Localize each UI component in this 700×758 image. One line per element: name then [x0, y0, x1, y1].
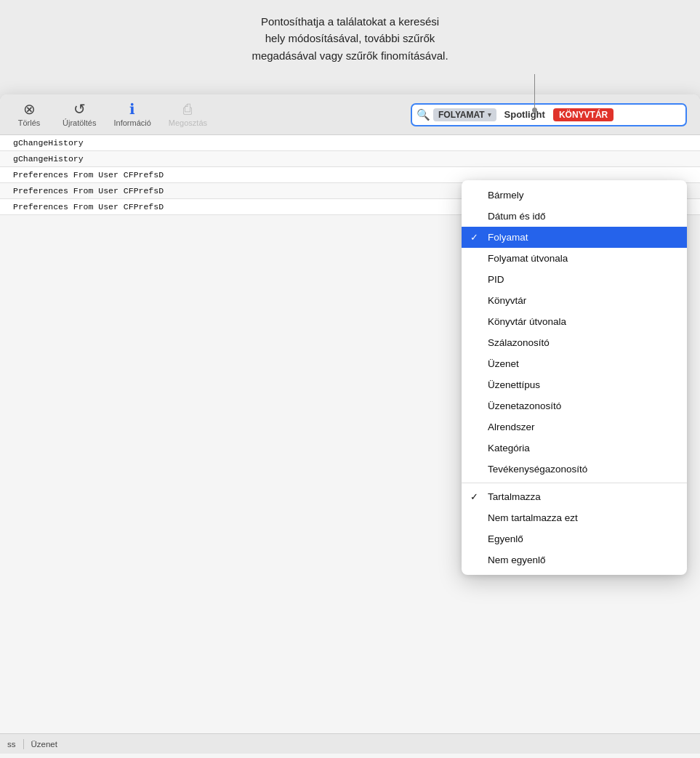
menu-item-folyamat-utvonala[interactable]: Folyamat útvonala: [462, 248, 687, 269]
stop-icon: ⊗: [23, 102, 36, 116]
torles-label: Törlés: [18, 118, 41, 127]
menu-item-pid[interactable]: PID: [462, 269, 687, 290]
menu-item-barmely[interactable]: Bármely: [462, 185, 687, 206]
main-window: ⊗ Törlés ↺ Újratöltés ℹ Információ ⎙ Meg…: [0, 94, 700, 758]
tooltip-line2: hely módosításával, további szűrők: [265, 32, 435, 44]
megosztás-label: Megosztás: [169, 118, 207, 127]
search-icon: 🔍: [417, 108, 430, 121]
menu-item-label: Folyamat: [488, 232, 528, 243]
search-bar[interactable]: 🔍 FOLYAMAT ▾ Spotlight KÖNYVTÁR: [411, 103, 687, 126]
menu-item-konyvtar[interactable]: Könyvtár: [462, 290, 687, 311]
menu-item-egyenlo[interactable]: Egyenlő: [462, 528, 687, 549]
menu-item-label: Kategória: [488, 443, 530, 453]
menu-item-label: Nem egyenlő: [488, 555, 546, 565]
menu-item-label: Alrendszer: [488, 422, 535, 432]
menu-item-datum-ido[interactable]: Dátum és idő: [462, 206, 687, 227]
menu-item-tartalmazza[interactable]: ✓Tartalmazza: [462, 486, 687, 507]
menu-item-label: Bármely: [488, 190, 524, 201]
status-uzenet: Üzenet: [31, 740, 57, 749]
menu-item-uzenet[interactable]: Üzenet: [462, 353, 687, 374]
ujratoltes-label: Újratöltés: [63, 118, 96, 127]
menu-item-label: Egyenlő: [488, 533, 523, 544]
folyamat-chip-label: FOLYAMAT: [438, 110, 485, 120]
ujratoltes-button[interactable]: ↺ Újratöltés: [63, 102, 96, 127]
menu-item-label: Üzenetazonosító: [488, 400, 561, 411]
refresh-icon: ↺: [73, 102, 86, 116]
tooltip: Pontosíthatja a találatokat a keresési h…: [0, 0, 700, 64]
library-filter-chip[interactable]: KÖNYVTÁR: [553, 108, 613, 121]
tooltip-line3: megadásával vagy szűrők finomításával.: [252, 49, 448, 62]
menu-item-label: Üzenet: [488, 358, 519, 369]
callout-dot: [532, 108, 537, 113]
menu-item-label: Dátum és idő: [488, 211, 546, 222]
menu-item-label: Folyamat útvonala: [488, 253, 568, 264]
torles-button[interactable]: ⊗ Törlés: [13, 102, 45, 127]
share-icon: ⎙: [183, 102, 192, 116]
info-icon: ℹ: [129, 102, 135, 116]
menu-item-folyamat[interactable]: ✓Folyamat: [462, 227, 687, 248]
informacio-button[interactable]: ℹ Információ: [113, 102, 150, 127]
checkmark-icon: ✓: [470, 232, 478, 243]
menu-item-kategoria[interactable]: Kategória: [462, 438, 687, 459]
tooltip-line1: Pontosíthatja a találatokat a keresési: [261, 15, 439, 28]
folyamat-filter-chip[interactable]: FOLYAMAT ▾: [433, 108, 496, 121]
spotlight-filter-chip[interactable]: Spotlight: [499, 108, 550, 121]
library-chip-label: KÖNYVTÁR: [559, 110, 608, 120]
menu-separator: [462, 483, 687, 483]
menu-item-uzenetazonosito[interactable]: Üzenetazonosító: [462, 395, 687, 416]
menu-item-nem-egyenlo[interactable]: Nem egyenlő: [462, 549, 687, 570]
callout-line: [534, 74, 535, 109]
megosztás-button[interactable]: ⎙ Megosztás: [169, 102, 207, 127]
menu-item-uzenettipus[interactable]: Üzenettípus: [462, 374, 687, 395]
informacio-label: Információ: [113, 118, 150, 127]
status-divider: [23, 739, 24, 749]
toolbar: ⊗ Törlés ↺ Újratöltés ℹ Információ ⎙ Meg…: [0, 94, 700, 135]
menu-item-label: Könyvtár útvonala: [488, 316, 566, 327]
chevron-down-icon: ▾: [488, 111, 491, 118]
log-row: gChangeHistory: [0, 135, 700, 151]
menu-item-label: Tevékenységazonosító: [488, 464, 587, 475]
dropdown-menu: BármelyDátum és idő✓FolyamatFolyamat útv…: [462, 180, 687, 575]
menu-item-label: Könyvtár: [488, 295, 526, 306]
status-bar: ss Üzenet: [0, 733, 700, 754]
menu-item-nem-tartalmazza[interactable]: Nem tartalmazza ezt: [462, 507, 687, 528]
menu-item-label: PID: [488, 274, 504, 285]
menu-item-label: Nem tartalmazza ezt: [488, 512, 578, 523]
menu-item-tevekenysegazonosito[interactable]: Tevékenységazonosító: [462, 459, 687, 480]
menu-item-konyvtar-utvonala[interactable]: Könyvtár útvonala: [462, 311, 687, 332]
menu-item-alrendszer[interactable]: Alrendszer: [462, 416, 687, 438]
menu-item-szalazonosito[interactable]: Szálazonosító: [462, 332, 687, 353]
content-area: gChangeHistory gChangeHistory Preference…: [0, 135, 700, 754]
checkmark-icon: ✓: [470, 491, 478, 502]
log-row: gChangeHistory: [0, 151, 700, 167]
menu-item-label: Üzenettípus: [488, 379, 540, 390]
menu-item-label: Tartalmazza: [488, 491, 541, 502]
menu-item-label: Szálazonosító: [488, 337, 550, 348]
status-ss: ss: [7, 740, 16, 749]
